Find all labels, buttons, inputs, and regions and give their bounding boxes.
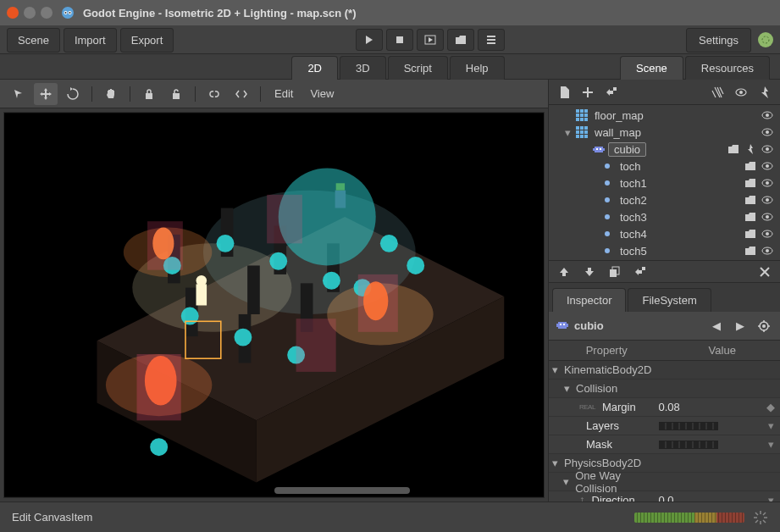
- lock-tool[interactable]: [137, 83, 161, 105]
- bolt-icon[interactable]: [743, 141, 758, 157]
- window-maximize-button[interactable]: [41, 7, 53, 19]
- code-tool[interactable]: [230, 83, 253, 105]
- eye-icon[interactable]: [760, 125, 775, 140]
- layer-grid[interactable]: [659, 441, 718, 449]
- property-row[interactable]: REALMargin0.08◆: [549, 398, 780, 417]
- tree-row-toch2[interactable]: toch2: [549, 191, 780, 208]
- node-label[interactable]: wall_map: [591, 125, 644, 140]
- inspector-settings-button[interactable]: [755, 317, 773, 335]
- tree-row-floor_map[interactable]: floor_map: [549, 107, 780, 124]
- tab-2d[interactable]: 2D: [291, 56, 338, 80]
- script-button[interactable]: [755, 83, 775, 102]
- eye-icon[interactable]: [760, 141, 775, 157]
- anchor-button[interactable]: [731, 83, 751, 102]
- link-tool[interactable]: [202, 83, 226, 105]
- tree-row-toch[interactable]: toch: [549, 158, 780, 175]
- property-row[interactable]: ▾One Way Collision: [549, 473, 780, 491]
- settings-button[interactable]: Settings: [686, 28, 751, 53]
- unlock-tool[interactable]: [164, 83, 188, 105]
- tab-resources[interactable]: Resources: [685, 56, 770, 80]
- folder-icon[interactable]: [743, 226, 758, 241]
- tree-row-wall_map[interactable]: ▾wall_map: [549, 124, 780, 141]
- eye-icon[interactable]: [760, 175, 775, 191]
- expand-icon[interactable]: ▾: [562, 126, 573, 139]
- tab-script[interactable]: Script: [388, 56, 448, 80]
- history-forward-button[interactable]: ▶: [731, 317, 750, 335]
- play-scene-button[interactable]: [417, 29, 444, 51]
- window-minimize-button[interactable]: [24, 7, 36, 19]
- property-row[interactable]: ▾Collision: [549, 380, 780, 398]
- eye-icon[interactable]: [760, 192, 775, 208]
- property-list[interactable]: ▾KinematicBody2D▾CollisionREALMargin0.08…: [549, 361, 780, 502]
- folder-icon[interactable]: [743, 158, 758, 174]
- scene-tree[interactable]: floor_map▾wall_mapcubiotochtoch1toch2toc…: [549, 105, 780, 260]
- folder-icon[interactable]: [743, 192, 758, 208]
- folder-icon[interactable]: [743, 175, 758, 191]
- update-spinner-icon[interactable]: [758, 32, 773, 47]
- import-menu[interactable]: Import: [64, 28, 117, 53]
- tree-row-toch5[interactable]: toch5: [549, 242, 780, 259]
- tab-filesystem[interactable]: FileSystem: [628, 288, 711, 312]
- pan-tool[interactable]: [99, 83, 123, 105]
- open-folder-button[interactable]: [447, 29, 474, 51]
- eye-icon[interactable]: [760, 243, 775, 258]
- reparent2-button[interactable]: [630, 263, 650, 281]
- more-icon[interactable]: ▾: [765, 494, 777, 502]
- layer-grid[interactable]: [659, 422, 718, 430]
- node-label[interactable]: toch2: [617, 193, 650, 208]
- view-menu[interactable]: View: [303, 84, 340, 103]
- list-button[interactable]: [478, 29, 505, 51]
- property-value[interactable]: [659, 422, 766, 430]
- property-value[interactable]: 0.08: [659, 401, 766, 413]
- node-label[interactable]: toch4: [617, 227, 650, 241]
- node-label[interactable]: toch1: [617, 176, 650, 191]
- node-label[interactable]: toch5: [617, 244, 650, 258]
- export-menu[interactable]: Export: [120, 28, 174, 53]
- play-button[interactable]: [356, 29, 383, 51]
- move-tool[interactable]: [34, 83, 58, 105]
- tree-row-toch1[interactable]: toch1: [549, 175, 780, 191]
- property-row[interactable]: Layers▾: [549, 417, 780, 435]
- eye-icon[interactable]: [760, 226, 775, 241]
- folder-icon[interactable]: [726, 141, 741, 157]
- more-icon[interactable]: ▾: [765, 419, 777, 432]
- duplicate-button[interactable]: [605, 263, 625, 281]
- tab-3d[interactable]: 3D: [340, 56, 386, 80]
- reparent-button[interactable]: [601, 83, 622, 102]
- stop-button[interactable]: [386, 29, 413, 51]
- new-node-button[interactable]: [554, 83, 574, 102]
- delete-node-button[interactable]: [755, 263, 775, 281]
- tab-scene[interactable]: Scene: [620, 56, 683, 80]
- property-row[interactable]: Mask▾: [549, 435, 780, 454]
- property-value[interactable]: [659, 441, 766, 449]
- tree-row-cubio[interactable]: cubio: [549, 141, 780, 158]
- node-label[interactable]: toch: [617, 159, 644, 174]
- viewport-scrollbar[interactable]: [274, 487, 410, 494]
- add-node-button[interactable]: [578, 83, 598, 102]
- move-down-button[interactable]: [579, 263, 600, 281]
- folder-icon[interactable]: [743, 209, 758, 224]
- node-label[interactable]: cubio: [608, 142, 646, 157]
- rotate-tool[interactable]: [61, 83, 85, 105]
- node-label[interactable]: toch3: [617, 210, 650, 224]
- folder-icon[interactable]: [743, 243, 758, 258]
- tree-row-toch4[interactable]: toch4: [549, 225, 780, 242]
- history-back-button[interactable]: ◀: [707, 317, 726, 335]
- tab-inspector[interactable]: Inspector: [552, 288, 626, 312]
- tab-help[interactable]: Help: [450, 56, 505, 80]
- property-value[interactable]: 0,0: [659, 494, 766, 502]
- more-icon[interactable]: ◆: [765, 401, 777, 413]
- more-icon[interactable]: ▾: [765, 438, 777, 451]
- edit-menu[interactable]: Edit: [268, 84, 300, 103]
- move-up-button[interactable]: [554, 263, 574, 281]
- eye-icon[interactable]: [760, 158, 775, 174]
- window-close-button[interactable]: [7, 7, 19, 19]
- eye-icon[interactable]: [760, 108, 775, 123]
- tree-row-toch3[interactable]: toch3: [549, 208, 780, 225]
- property-row[interactable]: ▾KinematicBody2D: [549, 361, 780, 380]
- eye-icon[interactable]: [760, 209, 775, 224]
- viewport-2d[interactable]: [3, 112, 545, 498]
- clear-button[interactable]: [707, 83, 727, 102]
- select-tool[interactable]: [7, 83, 30, 105]
- scene-menu[interactable]: Scene: [7, 28, 60, 53]
